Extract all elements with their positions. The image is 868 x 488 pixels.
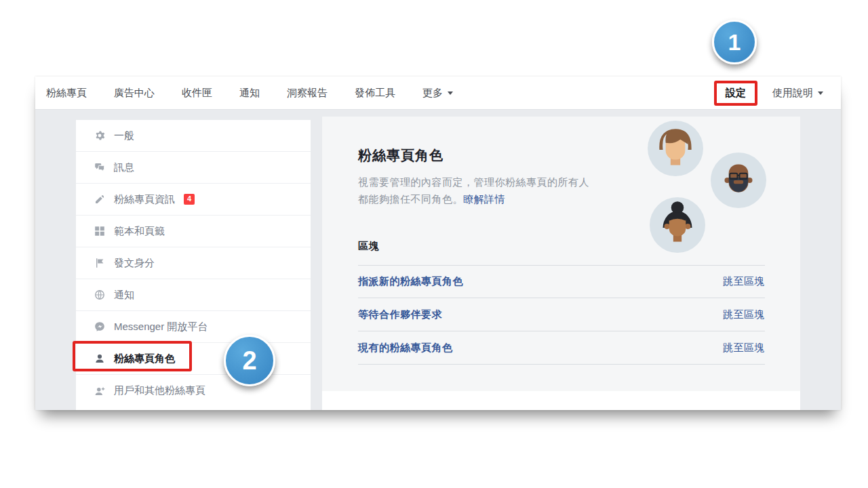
sidebar-item-messaging[interactable]: 訊息 — [76, 152, 311, 184]
annotation-step-2-number: 2 — [242, 346, 256, 375]
facebook-settings-screenshot: 粉絲專頁 廣告中心 收件匣 通知 洞察報告 發佈工具 更多 設定 使用說明 — [35, 77, 841, 410]
description-line1: 視需要管理的內容而定，管理你粉絲專頁的所有人 — [358, 176, 589, 188]
annotation-step-2: 2 — [224, 335, 275, 386]
caret-down-icon — [448, 92, 453, 95]
gear-icon — [94, 130, 105, 141]
sidebar-item-templates-tabs[interactable]: 範本和頁籤 — [76, 216, 311, 247]
sidebar-item-label: 粉絲專頁資訊 — [114, 193, 175, 206]
jump-to-section-link[interactable]: 跳至區塊 — [723, 308, 765, 321]
description-line2: 都能夠擔任不同角色。 — [358, 193, 463, 205]
settings-sidebar: 一般 訊息 粉絲專頁資訊 4 範本和頁籤 發文身分 — [76, 120, 311, 410]
nav-more-label: 更多 — [422, 87, 443, 100]
sidebar-item-label: 訊息 — [114, 161, 134, 174]
sidebar-item-general[interactable]: 一般 — [76, 120, 311, 152]
section-link[interactable]: 指派新的粉絲專頁角色 — [358, 275, 463, 288]
nav-item-publishing-tools[interactable]: 發佈工具 — [355, 87, 395, 100]
messenger-icon — [94, 321, 105, 332]
settings-body: 一般 訊息 粉絲專頁資訊 4 範本和頁籤 發文身分 — [35, 110, 841, 410]
sidebar-item-label: 粉絲專頁角色 — [114, 352, 175, 365]
notification-count-badge: 4 — [184, 194, 195, 205]
caret-down-icon — [818, 92, 823, 95]
annotation-step-1: 1 — [712, 20, 757, 64]
flag-icon — [94, 258, 105, 268]
page: 粉絲專頁 廣告中心 收件匣 通知 洞察報告 發佈工具 更多 設定 使用說明 — [0, 0, 868, 488]
avatar-man-glasses — [711, 152, 766, 208]
sections-header: 區塊 — [358, 240, 380, 253]
person-plus-icon — [94, 386, 105, 396]
sidebar-item-label: 一般 — [114, 129, 134, 142]
nav-item-page[interactable]: 粉絲專頁 — [46, 87, 87, 100]
nav-item-more[interactable]: 更多 — [422, 87, 453, 100]
nav-item-ad-center[interactable]: 廣告中心 — [114, 87, 155, 100]
section-link[interactable]: 現有的粉絲專頁角色 — [358, 342, 453, 354]
pencil-icon — [94, 194, 105, 205]
page-description: 視需要管理的內容而定，管理你粉絲專頁的所有人 都能夠擔任不同角色。瞭解詳情 — [358, 174, 656, 207]
sidebar-item-label: 發文身分 — [114, 257, 155, 270]
sidebar-item-post-attribution[interactable]: 發文身分 — [76, 247, 311, 279]
section-row-existing-page-roles: 現有的粉絲專頁角色 跳至區塊 — [358, 331, 765, 365]
top-nav-tabs: 粉絲專頁 廣告中心 收件匣 通知 洞察報告 發佈工具 更多 — [46, 87, 453, 100]
nav-item-settings[interactable]: 設定 — [726, 87, 746, 98]
sidebar-item-label: Messenger 開放平台 — [114, 321, 208, 333]
sidebar-item-page-roles[interactable]: 粉絲專頁角色 — [76, 343, 311, 375]
learn-more-link[interactable]: 瞭解詳情 — [463, 193, 505, 205]
sidebar-item-people-other-pages[interactable]: 用戶和其他粉絲專頁 — [76, 375, 311, 407]
sidebar-item-page-info[interactable]: 粉絲專頁資訊 4 — [76, 184, 311, 216]
chat-icon — [94, 162, 105, 173]
annotation-step-1-number: 1 — [728, 29, 741, 56]
page-roles-panel: 粉絲專頁角色 視需要管理的內容而定，管理你粉絲專頁的所有人 都能夠擔任不同角色。… — [322, 117, 800, 391]
avatar-woman-bob — [648, 121, 703, 176]
sidebar-item-label: 用戶和其他粉絲專頁 — [114, 384, 205, 397]
section-link[interactable]: 等待合作夥伴要求 — [358, 308, 442, 321]
sections-list: 指派新的粉絲專頁角色 跳至區塊 等待合作夥伴要求 跳至區塊 現有的粉絲專頁角色 … — [358, 265, 765, 365]
nav-item-insights[interactable]: 洞察報告 — [287, 87, 328, 100]
section-row-pending-partner-requests: 等待合作夥伴要求 跳至區塊 — [358, 298, 765, 331]
settings-highlight-box: 設定 — [714, 81, 757, 106]
sidebar-item-label: 通知 — [114, 289, 134, 302]
avatar-woman-bun — [650, 197, 705, 253]
next-section-top — [322, 391, 800, 410]
top-nav-right: 設定 使用說明 — [714, 81, 823, 106]
jump-to-section-link[interactable]: 跳至區塊 — [723, 342, 765, 354]
top-nav: 粉絲專頁 廣告中心 收件匣 通知 洞察報告 發佈工具 更多 設定 使用說明 — [35, 77, 841, 110]
section-row-assign-new-role: 指派新的粉絲專頁角色 跳至區塊 — [358, 265, 765, 298]
jump-to-section-link[interactable]: 跳至區塊 — [723, 275, 765, 288]
nav-item-notifications[interactable]: 通知 — [239, 87, 260, 100]
sidebar-item-messenger-platform[interactable]: Messenger 開放平台 — [76, 311, 311, 343]
nav-item-help[interactable]: 使用說明 — [772, 87, 823, 100]
nav-item-inbox[interactable]: 收件匣 — [182, 87, 212, 100]
sidebar-item-notifications[interactable]: 通知 — [76, 279, 311, 311]
person-icon — [94, 353, 105, 364]
sidebar-item-label: 範本和頁籤 — [114, 225, 165, 238]
page-title: 粉絲專頁角色 — [358, 146, 443, 165]
nav-help-label: 使用說明 — [772, 87, 813, 100]
globe-icon — [94, 289, 105, 300]
grid-icon — [94, 226, 105, 237]
